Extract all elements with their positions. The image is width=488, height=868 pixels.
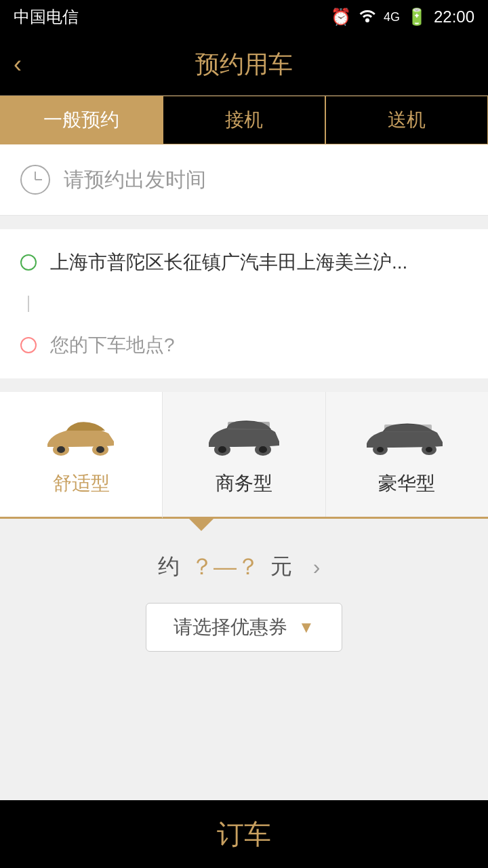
destination-placeholder: 您的下车地点? bbox=[50, 332, 175, 358]
tab-general[interactable]: 一般预约 bbox=[0, 96, 163, 144]
price-detail-arrow[interactable]: › bbox=[303, 553, 330, 580]
battery-icon: 🔋 bbox=[407, 7, 427, 26]
order-button[interactable]: 订车 bbox=[217, 816, 271, 853]
tab-pickup[interactable]: 接机 bbox=[163, 96, 325, 144]
coupon-dropdown-icon: ▼ bbox=[298, 618, 314, 637]
bottom-bar: 订车 bbox=[0, 800, 488, 868]
svg-point-8 bbox=[259, 446, 267, 453]
svg-point-13 bbox=[426, 447, 432, 452]
tab-dropoff[interactable]: 送机 bbox=[325, 96, 488, 144]
time-display: 22:00 bbox=[434, 7, 474, 26]
main-content: 请预约出发时间 上海市普陀区长征镇广汽丰田上海美兰沪... 您的下车地点? bbox=[0, 144, 488, 800]
luxury-label: 豪华型 bbox=[378, 471, 435, 496]
header: ‹ 预约用车 bbox=[0, 34, 488, 95]
svg-rect-11 bbox=[384, 425, 432, 432]
price-row[interactable]: 约 ？—？ 元 › bbox=[158, 551, 330, 583]
svg-rect-6 bbox=[228, 422, 270, 430]
business-label: 商务型 bbox=[216, 471, 272, 496]
luxury-car-icon bbox=[363, 412, 451, 460]
page-title: 预约用车 bbox=[195, 48, 293, 81]
wifi-icon bbox=[358, 7, 377, 26]
car-option-luxury[interactable]: 豪华型 bbox=[326, 392, 488, 517]
comfort-label: 舒适型 bbox=[53, 471, 110, 496]
svg-point-3 bbox=[96, 446, 104, 453]
back-button[interactable]: ‹ bbox=[14, 52, 22, 77]
car-option-comfort[interactable]: 舒适型 bbox=[0, 392, 163, 519]
business-car-icon bbox=[203, 412, 285, 460]
svg-point-2 bbox=[57, 446, 65, 453]
status-bar: 中国电信 ⏰ 4G 🔋 22:00 bbox=[0, 0, 488, 34]
price-value: ？—？ bbox=[190, 551, 260, 583]
origin-row[interactable]: 上海市普陀区长征镇广汽丰田上海美兰沪... bbox=[20, 229, 468, 296]
price-section: 约 ？—？ 元 › 请选择优惠券 ▼ bbox=[0, 531, 488, 672]
destination-row[interactable]: 您的下车地点? bbox=[20, 312, 468, 378]
coupon-select-button[interactable]: 请选择优惠券 ▼ bbox=[146, 603, 342, 652]
divider-1 bbox=[0, 216, 488, 229]
carrier-label: 中国电信 bbox=[14, 6, 79, 28]
active-car-pointer bbox=[0, 519, 488, 531]
destination-dot bbox=[20, 337, 37, 353]
car-type-section: 舒适型 商务型 bbox=[0, 392, 488, 672]
alarm-icon: ⏰ bbox=[331, 7, 351, 26]
signal-icon: 4G bbox=[384, 10, 400, 24]
tab-bar: 一般预约 接机 送机 bbox=[0, 95, 488, 144]
location-section: 上海市普陀区长征镇广汽丰田上海美兰沪... 您的下车地点? bbox=[0, 229, 488, 378]
coupon-placeholder: 请选择优惠券 bbox=[174, 614, 287, 640]
time-placeholder: 请预约出发时间 bbox=[64, 166, 206, 194]
origin-dot bbox=[20, 254, 37, 271]
car-options: 舒适型 商务型 bbox=[0, 392, 488, 519]
time-section[interactable]: 请预约出发时间 bbox=[0, 144, 488, 216]
car-option-business[interactable]: 商务型 bbox=[163, 392, 325, 517]
status-icons: ⏰ 4G 🔋 22:00 bbox=[331, 7, 474, 26]
svg-point-7 bbox=[218, 446, 226, 453]
origin-text: 上海市普陀区长征镇广汽丰田上海美兰沪... bbox=[50, 250, 468, 275]
price-unit: 元 bbox=[270, 552, 292, 582]
price-prefix: 约 bbox=[158, 552, 180, 582]
clock-icon bbox=[20, 165, 50, 195]
svg-point-12 bbox=[377, 447, 384, 452]
comfort-car-icon bbox=[41, 412, 122, 460]
